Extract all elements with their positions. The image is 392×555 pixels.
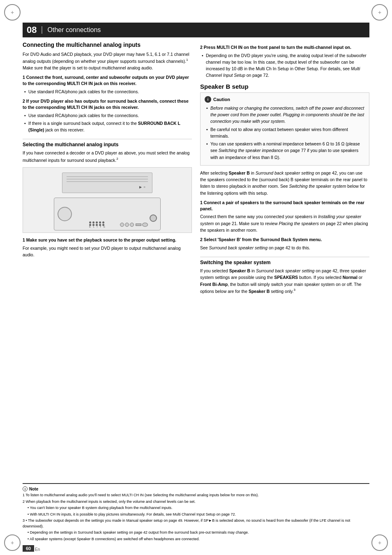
caution-icon: i bbox=[205, 96, 211, 103]
subsection-heading: Selecting the multichannel analog inputs bbox=[23, 139, 192, 147]
switching-text: If you selected Speaker B in Surround ba… bbox=[200, 267, 369, 295]
note3: 3 • The subwoofer output depends on the … bbox=[23, 518, 369, 529]
note-box: i Note 1 To listen to multichannel analo… bbox=[23, 483, 369, 543]
note1: 1 To listen to multichannel analog audio… bbox=[23, 493, 369, 498]
chapter-header: 08 Other connections bbox=[23, 23, 369, 37]
left-column: Connecting the multichannel analog input… bbox=[23, 41, 192, 530]
step2-heading: 2 If your DVD player also has outputs fo… bbox=[23, 98, 192, 110]
note2b: • With MULTI CH IN inputs, it is possibl… bbox=[23, 512, 369, 518]
note2: 2 When playback from the multichannel in… bbox=[23, 499, 369, 505]
intro-paragraph: For DVD Audio and SACD playback, your DV… bbox=[23, 51, 192, 71]
caution-bullet3: You can use speakers with a nominal impe… bbox=[205, 140, 365, 161]
speaker-b-heading: Speaker B setup bbox=[200, 83, 369, 90]
step5-text: Connect them the same way you connected … bbox=[200, 213, 369, 233]
chapter-number: 08 bbox=[27, 25, 37, 35]
note3b: • All speaker systems (except Speaker B … bbox=[23, 537, 369, 542]
step6-heading: 2 Select 'Speaker B' from the Surround B… bbox=[200, 237, 369, 243]
caution-bullet2: Be careful not to allow any contact betw… bbox=[205, 126, 365, 140]
chapter-title: Other connections bbox=[42, 26, 101, 34]
device-body: E L I T E bbox=[54, 198, 161, 230]
step1-bullet1: Use standard RCA/phono jack cables for t… bbox=[23, 88, 192, 95]
page-lang: En bbox=[35, 547, 40, 552]
main-section-heading: Connecting the multichannel analog input… bbox=[23, 41, 192, 48]
device-image: ▶ = E L I T E bbox=[23, 167, 192, 233]
step1-heading: 1 Connect the front, surround, center an… bbox=[23, 74, 192, 86]
caution-title: i Caution bbox=[205, 96, 365, 103]
right-column: 2 Press MULTI CH IN on the front panel t… bbox=[200, 41, 369, 530]
corner-decoration-br bbox=[371, 534, 388, 551]
device-top: ▶ = bbox=[62, 173, 152, 193]
step4-heading: 2 Press MULTI CH IN on the front panel t… bbox=[200, 44, 369, 51]
step5-heading: 1 Connect a pair of speakers to the surr… bbox=[200, 200, 369, 212]
step2-bullet1: Use standard RCA/phono jack cables for t… bbox=[23, 112, 192, 119]
subsection-text: If you have connected a decoder or a DVD… bbox=[23, 150, 192, 163]
note-title: i Note bbox=[23, 486, 369, 491]
corner-decoration-tl bbox=[4, 4, 21, 21]
after-caution-paragraph: After selecting Speaker B in Surround ba… bbox=[200, 170, 369, 196]
switching-heading: Switching the speaker system bbox=[200, 257, 369, 265]
note3a: • Depending on the settings in Surround … bbox=[23, 530, 369, 536]
step6-text: See Surround back speaker setting on pag… bbox=[200, 244, 369, 251]
caution-box: i Caution Before making or changing the … bbox=[200, 92, 369, 166]
step3-heading: 1 Make sure you have set the playback so… bbox=[23, 237, 192, 243]
step2-bullet2: If there is a single surround back outpu… bbox=[23, 120, 192, 134]
corner-decoration-bl bbox=[4, 534, 21, 551]
note2a: • You can't listen to your speaker B sys… bbox=[23, 505, 369, 511]
main-content: Connecting the multichannel analog input… bbox=[23, 41, 369, 530]
step4-bullet1: Depending on the DVD player you're using… bbox=[200, 52, 369, 79]
corner-decoration-tr bbox=[371, 4, 388, 21]
page-number: 60 bbox=[23, 545, 34, 552]
note-icon: i bbox=[23, 486, 28, 491]
caution-bullet1: Before making or changing the connection… bbox=[205, 105, 365, 125]
step3-text: For example, you might need to set your … bbox=[23, 245, 192, 258]
